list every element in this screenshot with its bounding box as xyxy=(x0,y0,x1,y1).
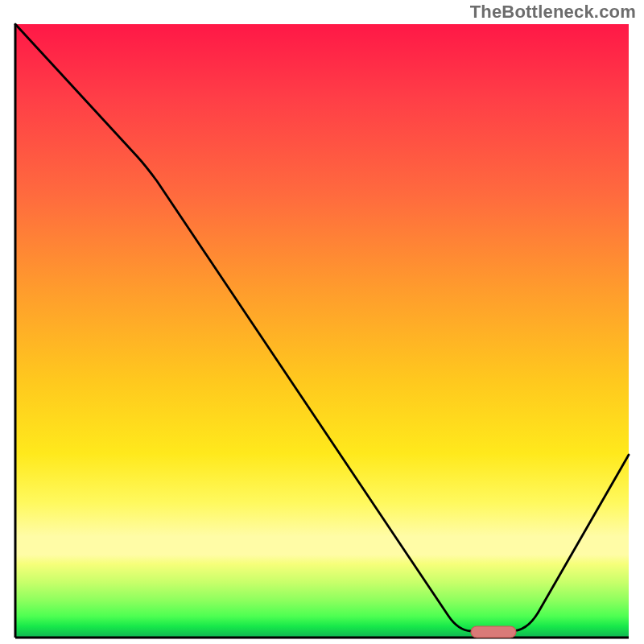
optimal-marker xyxy=(471,626,516,638)
bottleneck-curve xyxy=(15,24,629,631)
chart-svg xyxy=(15,24,629,638)
watermark-label: TheBottleneck.com xyxy=(470,2,636,23)
bottleneck-chart xyxy=(15,24,629,638)
